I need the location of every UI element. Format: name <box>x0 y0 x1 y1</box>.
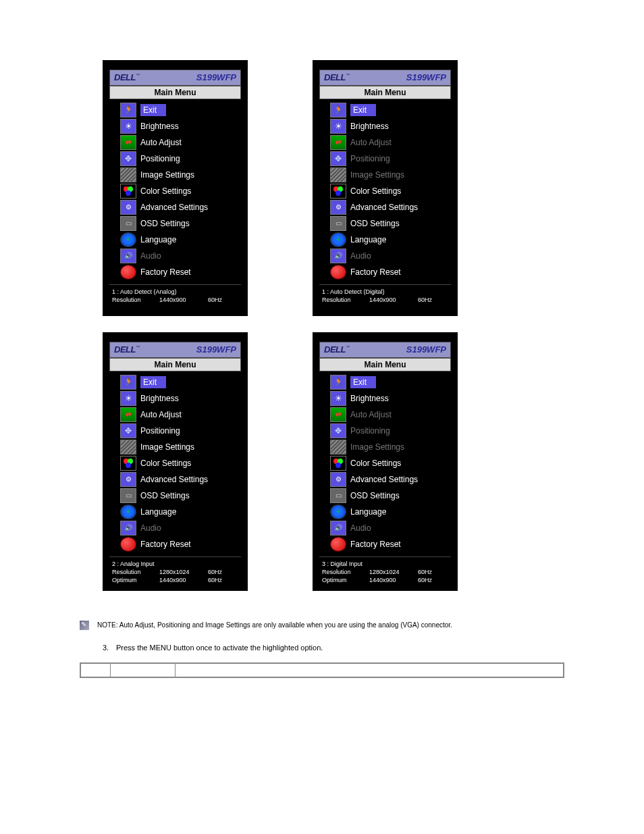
auto_adjust-icon <box>330 407 346 422</box>
osd-examples-grid: DELL™S199WFPMain MenuExitBrightnessAuto … <box>103 60 564 591</box>
menu-item-label: Brightness <box>140 122 179 131</box>
menu-item-osd_settings[interactable]: OSD Settings <box>319 215 451 232</box>
menu-item-language[interactable]: Language <box>319 504 451 520</box>
menu-item-exit[interactable]: Exit <box>319 102 451 118</box>
advanced_settings-icon <box>330 472 346 487</box>
menu-item-positioning[interactable]: Positioning <box>109 423 241 439</box>
menu-item-audio[interactable]: Audio <box>319 520 451 536</box>
menu-item-language[interactable]: Language <box>319 232 451 248</box>
brightness-icon <box>330 119 346 134</box>
menu-item-exit[interactable]: Exit <box>109 102 241 118</box>
options-table-cell-desc <box>175 663 564 677</box>
menu-item-exit[interactable]: Exit <box>319 374 451 390</box>
factory_reset-icon <box>120 537 136 552</box>
menu-item-image_settings[interactable]: Image Settings <box>109 167 241 183</box>
menu-item-advanced_settings[interactable]: Advanced Settings <box>319 471 451 488</box>
auto_adjust-icon <box>120 135 136 150</box>
menu-item-label: Advanced Settings <box>350 203 418 212</box>
menu-item-color_settings[interactable]: Color Settings <box>109 455 241 471</box>
footer-optimum: Optimum1440x90060Hz <box>111 576 240 584</box>
footer-source: 1 : Auto Detect (Analog) <box>111 288 240 296</box>
model-label: S199WFP <box>196 344 236 355</box>
menu-item-osd_settings[interactable]: OSD Settings <box>109 215 241 232</box>
footer-source: 3 : Digital Input <box>321 560 450 568</box>
menu-item-audio[interactable]: Audio <box>109 248 241 264</box>
audio-icon <box>120 249 136 263</box>
menu-item-auto_adjust[interactable]: Auto Adjust <box>109 407 241 423</box>
menu-item-osd_settings[interactable]: OSD Settings <box>319 488 451 504</box>
dell-logo: DELL™ <box>114 344 140 355</box>
menu-item-label: Audio <box>140 523 161 533</box>
footer-resolution: Resolution1280x102460Hz <box>321 568 450 576</box>
auto_adjust-icon <box>330 135 346 150</box>
menu-item-color_settings[interactable]: Color Settings <box>319 183 451 199</box>
menu-item-brightness[interactable]: Brightness <box>319 118 451 134</box>
menu-item-image_settings[interactable]: Image Settings <box>319 167 451 183</box>
osd-panel-analog-input: DELL™S199WFPMain MenuExitBrightnessAuto … <box>103 332 248 591</box>
image_settings-icon <box>330 167 346 182</box>
menu-item-label: Exit <box>140 104 166 116</box>
menu-item-advanced_settings[interactable]: Advanced Settings <box>319 199 451 215</box>
menu-item-image_settings[interactable]: Image Settings <box>319 439 451 455</box>
menu-item-auto_adjust[interactable]: Auto Adjust <box>109 134 241 151</box>
factory_reset-icon <box>330 537 346 552</box>
menu-item-auto_adjust[interactable]: Auto Adjust <box>319 407 451 423</box>
brightness-icon <box>330 391 346 406</box>
osd-panel-auto-digital: DELL™S199WFPMain MenuExitBrightnessAuto … <box>313 60 458 316</box>
dell-logo: DELL™ <box>114 72 140 82</box>
menu-item-label: Language <box>350 507 386 517</box>
options-table-cell-menu <box>110 663 175 677</box>
menu-item-label: Advanced Settings <box>140 203 208 212</box>
menu-item-positioning[interactable]: Positioning <box>109 151 241 167</box>
osd-title: Main Menu <box>319 86 451 99</box>
menu-item-positioning[interactable]: Positioning <box>319 423 451 439</box>
menu-item-language[interactable]: Language <box>109 504 241 520</box>
exit-icon <box>120 103 136 118</box>
model-label: S199WFP <box>406 344 446 355</box>
menu-item-audio[interactable]: Audio <box>319 248 451 264</box>
menu-item-label: OSD Settings <box>350 219 400 228</box>
menu-item-label: Language <box>350 235 386 244</box>
menu-item-brightness[interactable]: Brightness <box>109 118 241 134</box>
instruction-steps: 2.Push the - and + buttons to move betwe… <box>103 642 564 654</box>
step-3: 3.Press the MENU button once to activate… <box>103 642 564 654</box>
menu-item-color_settings[interactable]: Color Settings <box>109 183 241 199</box>
factory_reset-icon <box>120 265 136 280</box>
footer-resolution: Resolution1440x90060Hz <box>321 296 450 304</box>
menu-item-label: Audio <box>140 251 161 261</box>
menu-item-exit[interactable]: Exit <box>109 374 241 390</box>
menu-item-label: OSD Settings <box>140 219 190 228</box>
menu-item-language[interactable]: Language <box>109 232 241 248</box>
positioning-icon <box>120 151 136 166</box>
menu-item-advanced_settings[interactable]: Advanced Settings <box>109 471 241 488</box>
menu-item-label: OSD Settings <box>350 491 400 500</box>
factory_reset-icon <box>330 265 346 280</box>
menu-item-label: Color Settings <box>140 186 191 196</box>
menu-item-factory_reset[interactable]: Factory Reset <box>109 264 241 280</box>
menu-item-label: Advanced Settings <box>350 475 418 484</box>
menu-item-label: Auto Adjust <box>140 410 182 419</box>
menu-item-color_settings[interactable]: Color Settings <box>319 455 451 471</box>
step-text: Press the MENU button once to activate t… <box>116 642 323 654</box>
menu-item-image_settings[interactable]: Image Settings <box>109 439 241 455</box>
osd-header: DELL™S199WFP <box>319 342 451 358</box>
menu-item-advanced_settings[interactable]: Advanced Settings <box>109 199 241 215</box>
menu-item-label: Image Settings <box>350 442 404 452</box>
menu-item-factory_reset[interactable]: Factory Reset <box>319 264 451 280</box>
menu-item-label: Audio <box>350 251 371 261</box>
menu-item-positioning[interactable]: Positioning <box>319 151 451 167</box>
osd-menu-body: ExitBrightnessAuto AdjustPositioningImag… <box>109 99 241 284</box>
menu-item-brightness[interactable]: Brightness <box>319 390 451 407</box>
menu-item-brightness[interactable]: Brightness <box>109 390 241 407</box>
menu-item-audio[interactable]: Audio <box>109 520 241 536</box>
menu-item-label: Image Settings <box>140 170 194 180</box>
color_settings-icon <box>120 456 136 471</box>
menu-item-label: Positioning <box>350 154 390 163</box>
menu-item-factory_reset[interactable]: Factory Reset <box>109 536 241 552</box>
menu-item-auto_adjust[interactable]: Auto Adjust <box>319 134 451 151</box>
menu-item-factory_reset[interactable]: Factory Reset <box>319 536 451 552</box>
dell-logo: DELL™ <box>324 344 350 355</box>
menu-item-osd_settings[interactable]: OSD Settings <box>109 488 241 504</box>
language-icon <box>330 232 346 247</box>
osd-menu-body: ExitBrightnessAuto AdjustPositioningImag… <box>319 371 451 556</box>
